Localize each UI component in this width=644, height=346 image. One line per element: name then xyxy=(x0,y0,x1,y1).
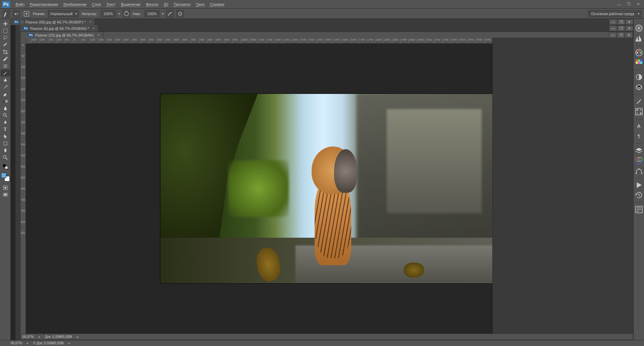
hand-tool[interactable] xyxy=(1,147,10,154)
status-zoom-arrow[interactable]: ▸ xyxy=(39,335,40,339)
svg-point-31 xyxy=(636,109,638,111)
brushes-icon[interactable] xyxy=(635,98,643,106)
doc-tab-0[interactable]: Ps © Разное (58).jpg @ 66,7% (RGB/8*) * … xyxy=(11,19,95,25)
doc2-close[interactable]: ✕ xyxy=(625,32,633,38)
menu-image[interactable]: Изображение xyxy=(61,1,89,8)
menu-3d[interactable]: 3D xyxy=(161,1,171,8)
menu-help[interactable]: Справка xyxy=(207,1,227,8)
ps-logo: Ps xyxy=(2,1,10,8)
menu-file[interactable]: Файл xyxy=(13,1,27,8)
swatches-icon[interactable] xyxy=(635,59,643,67)
eyedropper-tool[interactable] xyxy=(1,55,10,62)
actions-icon[interactable] xyxy=(635,181,643,189)
shape-tool[interactable] xyxy=(1,140,10,147)
dodge-tool[interactable] xyxy=(1,112,10,119)
app-status-zoom[interactable]: 66,67% xyxy=(11,341,22,345)
doc2-restore[interactable]: ❐ xyxy=(617,32,625,38)
doc1-restore[interactable]: ❐ xyxy=(617,25,625,31)
styles-icon[interactable] xyxy=(635,83,643,91)
doc0-restore[interactable]: ❐ xyxy=(617,19,625,25)
workspace-select[interactable]: Основная рабочая среда xyxy=(588,10,641,17)
crop-tool[interactable] xyxy=(1,48,10,55)
airbrush-icon[interactable] xyxy=(166,10,174,17)
opacity-input[interactable]: 100% xyxy=(101,10,116,17)
move-tool[interactable] xyxy=(1,20,10,27)
history-icon[interactable] xyxy=(635,191,643,199)
ps-mini-icon: Ps xyxy=(23,26,28,31)
foreground-color[interactable] xyxy=(1,173,6,178)
svg-point-14 xyxy=(4,187,6,189)
screen-mode-icon[interactable] xyxy=(1,191,10,198)
ruler-vertical[interactable]: 0501001502002503003504004505005506006507… xyxy=(20,44,26,334)
color-icon[interactable] xyxy=(635,49,643,57)
status-doc-arrow[interactable]: ▸ xyxy=(77,335,78,339)
doc-tab-1-close[interactable]: × xyxy=(93,26,95,31)
doc-tab-0-close[interactable]: × xyxy=(89,20,92,24)
menu-text[interactable]: Текст xyxy=(104,1,118,8)
histogram-icon[interactable] xyxy=(635,34,643,42)
brush-tool[interactable] xyxy=(1,69,10,76)
doc-tab-2[interactable]: Ps Разное (25).jpg @ 66,7% (RGB/8#) × xyxy=(25,32,103,38)
type-tool[interactable]: T xyxy=(1,126,10,133)
document-statusbar: 66,67% ▸ Док: 5,93M/5,93M ▸ xyxy=(20,334,633,340)
history-brush-tool[interactable] xyxy=(1,83,10,91)
quick-mask-icon[interactable] xyxy=(1,184,10,191)
doc1-close[interactable]: ✕ xyxy=(625,25,633,31)
ruler-origin[interactable] xyxy=(20,38,26,44)
window-restore[interactable]: ❐ xyxy=(625,1,633,7)
marquee-tool[interactable] xyxy=(1,27,10,34)
app-status-doc-arrow[interactable]: ▸ xyxy=(68,341,70,345)
healing-brush-tool[interactable] xyxy=(1,62,10,69)
opacity-dropdown-icon[interactable]: ▾ xyxy=(118,12,120,15)
path-select-tool[interactable] xyxy=(1,133,10,140)
doc-tab-2-close[interactable]: × xyxy=(97,33,100,38)
doc-tab-1[interactable]: Ps Разное (6).jpg @ 66,7% (RGB/8#) * × xyxy=(20,25,99,32)
paths-icon[interactable] xyxy=(635,167,643,175)
menu-select[interactable]: Выделение xyxy=(118,1,143,8)
menu-edit[interactable]: Редактирование xyxy=(27,1,61,8)
blur-tool[interactable] xyxy=(1,105,10,112)
magic-wand-tool[interactable] xyxy=(1,41,10,48)
pressure-opacity-icon[interactable] xyxy=(123,10,130,17)
tool-preset-icon[interactable] xyxy=(3,10,10,17)
brush-panel-icon[interactable] xyxy=(23,10,30,17)
menu-window[interactable]: Окно xyxy=(193,1,207,8)
pressure-size-icon[interactable] xyxy=(176,10,184,17)
navigator-icon[interactable] xyxy=(635,24,643,32)
pen-tool[interactable] xyxy=(1,119,10,126)
paragraph-icon[interactable]: ¶ xyxy=(635,132,643,140)
color-swatches[interactable] xyxy=(1,173,10,181)
doc2-minimize[interactable]: — xyxy=(609,32,617,38)
app-status-doc-size[interactable]: © Док: 5,93M/5,93M xyxy=(33,341,64,345)
zoom-tool[interactable] xyxy=(1,154,10,161)
mode-label: Режим: xyxy=(33,12,45,16)
status-zoom[interactable]: 66,67% xyxy=(22,335,34,339)
lasso-tool[interactable] xyxy=(1,34,10,41)
doc0-minimize[interactable]: — xyxy=(609,19,617,25)
status-doc-size[interactable]: Док: 5,93M/5,93M xyxy=(45,335,72,339)
character-icon[interactable]: A xyxy=(635,122,643,130)
menu-filter[interactable]: Фильтр xyxy=(143,1,161,8)
layers-icon[interactable] xyxy=(635,147,643,155)
blend-mode-select[interactable]: Нормальный xyxy=(48,10,79,17)
brush-preset-icon[interactable]: ●▾ xyxy=(13,10,20,17)
gradient-tool[interactable] xyxy=(1,98,10,105)
menu-layers[interactable]: Слои xyxy=(89,1,104,8)
doc0-close[interactable]: ✕ xyxy=(625,19,633,25)
flow-input[interactable]: 100% xyxy=(145,10,159,17)
channels-icon[interactable] xyxy=(635,157,643,165)
properties-icon[interactable] xyxy=(635,206,643,214)
eraser-tool[interactable] xyxy=(1,91,10,98)
svg-rect-16 xyxy=(4,194,7,195)
app-status-zoom-arrow[interactable]: ▸ xyxy=(27,341,29,345)
adjustments-icon[interactable] xyxy=(635,73,643,81)
svg-rect-38 xyxy=(636,173,637,174)
window-close[interactable]: ✕ xyxy=(634,1,642,7)
default-colors-icon[interactable] xyxy=(1,163,10,170)
window-minimize[interactable]: — xyxy=(615,1,623,7)
doc1-minimize[interactable]: — xyxy=(609,25,617,31)
flow-dropdown-icon[interactable]: ▾ xyxy=(162,12,164,15)
clone-stamp-tool[interactable] xyxy=(1,76,10,83)
menu-view[interactable]: Просмотр xyxy=(171,1,193,8)
brush-presets-icon[interactable] xyxy=(635,108,643,116)
